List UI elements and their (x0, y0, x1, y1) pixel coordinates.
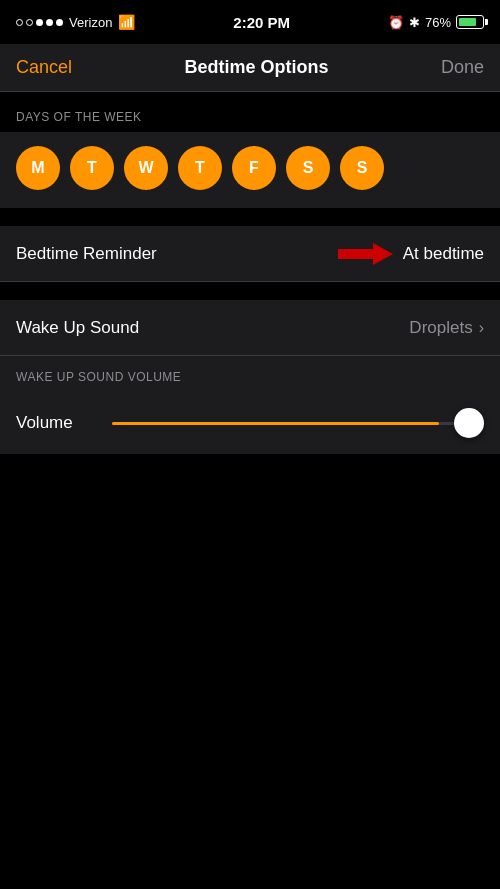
signal-dot-2 (26, 19, 33, 26)
day-monday[interactable]: M (16, 146, 60, 190)
wakeup-sound-label: Wake Up Sound (16, 318, 139, 338)
volume-slider-fill (112, 422, 439, 425)
volume-slider-thumb[interactable] (454, 408, 484, 438)
carrier-name: Verizon (69, 15, 112, 30)
wifi-icon: 📶 (118, 14, 135, 30)
wakeup-sound-value: Droplets (409, 318, 472, 338)
bluetooth-icon: ✱ (409, 15, 420, 30)
section-gap-1 (0, 208, 500, 226)
section-gap-2 (0, 282, 500, 300)
page-title: Bedtime Options (184, 57, 328, 78)
signal-dot-3 (36, 19, 43, 26)
day-friday[interactable]: F (232, 146, 276, 190)
bedtime-reminder-right: At bedtime (338, 241, 484, 267)
svg-marker-0 (338, 243, 393, 265)
signal-dot-5 (56, 19, 63, 26)
main-content: DAYS OF THE WEEK M T W T F S S Bedtime R… (0, 92, 500, 454)
wakeup-sound-row[interactable]: Wake Up Sound Droplets › (0, 300, 500, 356)
volume-slider-track (112, 422, 484, 425)
volume-slider-container[interactable] (112, 406, 484, 440)
status-bar: Verizon 📶 2:20 PM ⏰ ✱ 76% (0, 0, 500, 44)
bedtime-reminder-row[interactable]: Bedtime Reminder At bedtime (0, 226, 500, 282)
bedtime-reminder-value: At bedtime (403, 244, 484, 264)
status-time: 2:20 PM (233, 14, 290, 31)
battery-container (456, 15, 484, 29)
day-tuesday[interactable]: T (70, 146, 114, 190)
status-right: ⏰ ✱ 76% (388, 15, 484, 30)
volume-section-label: WAKE UP SOUND VOLUME (0, 356, 500, 392)
bedtime-reminder-label: Bedtime Reminder (16, 244, 157, 264)
day-sunday[interactable]: S (340, 146, 384, 190)
signal-dot-1 (16, 19, 23, 26)
days-row: M T W T F S S (0, 132, 500, 208)
chevron-right-icon: › (479, 319, 484, 337)
signal-dots (16, 19, 63, 26)
battery-icon (456, 15, 484, 29)
battery-percent: 76% (425, 15, 451, 30)
wakeup-sound-value-container: Droplets › (409, 318, 484, 338)
day-saturday[interactable]: S (286, 146, 330, 190)
battery-fill (459, 18, 476, 26)
days-section-label: DAYS OF THE WEEK (0, 92, 500, 132)
day-wednesday[interactable]: W (124, 146, 168, 190)
red-arrow-icon (338, 241, 393, 267)
nav-bar: Cancel Bedtime Options Done (0, 44, 500, 92)
signal-dot-4 (46, 19, 53, 26)
volume-label: Volume (16, 413, 96, 433)
cancel-button[interactable]: Cancel (16, 57, 72, 78)
status-left: Verizon 📶 (16, 14, 135, 30)
day-thursday[interactable]: T (178, 146, 222, 190)
done-button[interactable]: Done (441, 57, 484, 78)
alarm-icon: ⏰ (388, 15, 404, 30)
volume-row: Volume (0, 392, 500, 454)
